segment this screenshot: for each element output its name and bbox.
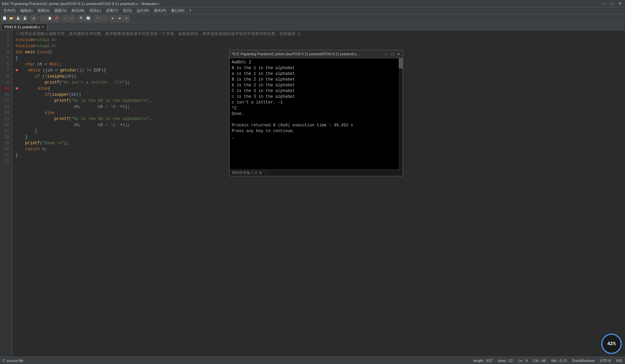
toolbar-open[interactable]: 📂 xyxy=(8,16,14,22)
toolbar-find[interactable]: 🔍 xyxy=(78,16,84,22)
console-window[interactable]: *E:\C Prgraming Practices\C primer plus\… xyxy=(229,50,403,176)
filetype-label: C source file xyxy=(3,359,23,363)
console-line: B is the 2 in the alphabet xyxy=(232,77,401,83)
console-line: AaBbCc Z xyxy=(232,60,401,65)
console-line xyxy=(232,117,401,123)
toolbar-zoomout[interactable]: - xyxy=(101,16,107,22)
toolbar-replace[interactable]: 🔄 xyxy=(85,16,91,22)
tab-close-button[interactable]: ✕ xyxy=(41,25,44,29)
toolbar-saveall[interactable]: 💾 xyxy=(22,16,28,22)
tab-label: P243 9.11 practice6.c xyxy=(4,25,40,29)
length-label: length : 637 xyxy=(473,359,493,363)
console-line: A is the 1 in the alphabet xyxy=(232,65,401,71)
battery-widget: 42% xyxy=(601,334,622,354)
menu-file[interactable]: 文件(F) xyxy=(1,8,18,13)
close-button[interactable]: ✕ xyxy=(617,1,623,6)
line-numbers: 12345 678910 1112131415 1617181920 2122 xyxy=(0,30,12,357)
console-title: *E:\C Prgraming Practices\C primer plus\… xyxy=(232,52,384,56)
console-maximize[interactable]: □ xyxy=(390,52,395,56)
toolbar-stop[interactable]: ■ xyxy=(117,16,123,22)
console-line: Process returned 0 (0x0) execution time … xyxy=(232,123,401,128)
console-scrollbar[interactable] xyxy=(399,58,403,169)
console-line: Done. xyxy=(232,111,401,117)
console-line: C is the 3 in the alphabet xyxy=(232,88,401,94)
toolbar: 📄 📂 💾 💾 🖨 ✂ 📋 📌 ↩ ↪ 🔍 🔄 + - ▶ ■ ⚙ xyxy=(0,14,625,23)
menu-help[interactable]: ? xyxy=(187,8,193,13)
sel-label: Sel : 0 | 0 xyxy=(551,359,567,363)
toolbar-zoomin[interactable]: + xyxy=(94,16,100,22)
console-minimize[interactable]: — xyxy=(384,52,388,56)
col-label: Col : 48 xyxy=(533,359,546,363)
encoding-label: UTF-8 xyxy=(600,359,610,363)
toolbar-redo[interactable]: ↪ xyxy=(69,16,75,22)
menu-format[interactable]: 格式(M) xyxy=(69,8,87,13)
console-ime-status: 搜狗拼音输入法 全 ： xyxy=(232,170,267,175)
menu-view[interactable]: 视图(V) xyxy=(52,8,69,13)
status-right: length : 637 lines : 22 Ln : 9 Col : 48 … xyxy=(473,359,622,363)
ln-label: Ln : 9 xyxy=(518,359,528,363)
toolbar-paste[interactable]: 📌 xyxy=(53,16,59,22)
menu-bar: 文件(F) 编辑(E) 搜索(S) 视图(V) 格式(M) 语言(L) 设置(T… xyxy=(0,7,625,14)
toolbar-compile[interactable]: ⚙ xyxy=(123,16,130,22)
console-line: ^Z xyxy=(232,105,401,111)
toolbar-sep2 xyxy=(38,16,38,21)
menu-language[interactable]: 语言(L) xyxy=(87,8,103,13)
toolbar-cut[interactable]: ✂ xyxy=(40,16,46,22)
menu-macro[interactable]: 宏(O) xyxy=(121,8,134,13)
title-bar: EAC Prgraming Practices\C primer plus\P2… xyxy=(0,0,625,7)
toolbar-save[interactable]: 💾 xyxy=(15,16,21,22)
toolbar-print[interactable]: 🖨 xyxy=(31,16,37,22)
toolbar-sep4 xyxy=(77,16,77,21)
ins-label: INS xyxy=(616,359,622,363)
tab-bar: P243 9.11 practice6.c ✕ xyxy=(0,23,625,30)
menu-search[interactable]: 搜索(S) xyxy=(35,8,52,13)
toolbar-run[interactable]: ▶ xyxy=(110,16,116,22)
menu-window[interactable]: 窗口(W) xyxy=(169,8,187,13)
toolbar-undo[interactable]: ↩ xyxy=(62,16,68,22)
menu-edit[interactable]: 编辑(E) xyxy=(18,8,35,13)
console-line: b is the 2 in the alphabet xyxy=(232,83,401,88)
toolbar-sep1 xyxy=(29,16,29,21)
toolbar-new[interactable]: 📄 xyxy=(1,16,7,22)
console-scroll-thumb[interactable] xyxy=(399,58,403,68)
console-line: a is the 1 in the alphabet xyxy=(232,71,401,77)
console-close[interactable]: ✕ xyxy=(396,52,401,56)
console-window-controls[interactable]: — □ ✕ xyxy=(384,52,401,56)
window-title: EAC Prgraming Practices\C primer plus\P2… xyxy=(2,2,160,6)
toolbar-sep3 xyxy=(61,16,61,21)
menu-settings[interactable]: 设置(T) xyxy=(104,8,120,13)
console-line: Press any key to continue. xyxy=(232,128,401,134)
status-left: C source file xyxy=(3,359,23,363)
console-title-bar: *E:\C Prgraming Practices\C primer plus\… xyxy=(230,50,403,58)
console-output: AaBbCc Z A is the 1 in the alphabet a is… xyxy=(230,58,403,169)
battery-percent: 42% xyxy=(607,341,616,346)
window-controls[interactable]: — □ ✕ xyxy=(600,1,623,6)
console-line: c isn't a lettter. -1 xyxy=(232,100,401,105)
menu-plugins[interactable]: 插件(P) xyxy=(152,8,168,13)
console-statusbar: 搜狗拼音输入法 全 ： xyxy=(230,169,403,176)
toolbar-sep5 xyxy=(92,16,93,21)
toolbar-sep6 xyxy=(108,16,109,21)
maximize-button[interactable]: □ xyxy=(609,1,615,6)
toolbar-copy[interactable]: 📋 xyxy=(47,16,53,22)
eol-label: Dos\Windows xyxy=(572,359,595,363)
menu-run[interactable]: 运行(R) xyxy=(135,8,151,13)
minimize-button[interactable]: — xyxy=(600,1,607,6)
lines-label: lines : 22 xyxy=(498,359,513,363)
console-cursor: _ xyxy=(232,134,401,140)
status-bar: C source file length : 637 lines : 22 Ln… xyxy=(0,357,625,364)
console-line: c is the 3 in the alphabet xyxy=(232,94,401,100)
active-tab[interactable]: P243 9.11 practice6.c ✕ xyxy=(1,23,47,30)
